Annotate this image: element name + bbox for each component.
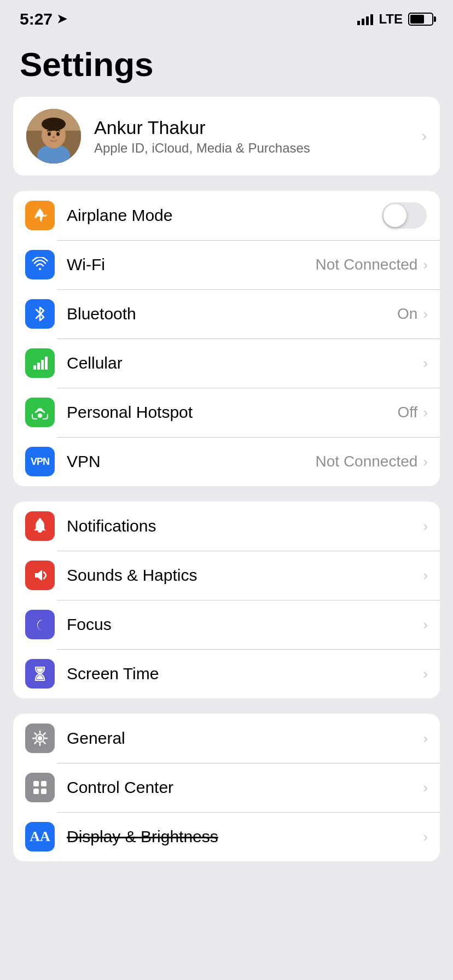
signal-bar-1 bbox=[357, 21, 360, 25]
signal-bars bbox=[357, 13, 373, 25]
screentime-chevron: › bbox=[423, 666, 428, 682]
hotspot-row[interactable]: Personal Hotspot Off › bbox=[13, 388, 440, 437]
bluetooth-chevron: › bbox=[423, 306, 428, 323]
general-row[interactable]: General › bbox=[13, 714, 440, 763]
time-display: 5:27 bbox=[20, 10, 53, 28]
status-time: 5:27 ➤ bbox=[20, 10, 67, 28]
signal-bar-2 bbox=[362, 19, 364, 25]
focus-chevron: › bbox=[423, 616, 428, 633]
cellular-chevron: › bbox=[423, 355, 428, 372]
battery-fill bbox=[410, 15, 424, 24]
profile-chevron: › bbox=[422, 127, 427, 145]
svg-rect-20 bbox=[41, 789, 47, 794]
wifi-row[interactable]: Wi-Fi Not Connected › bbox=[13, 240, 440, 289]
controlcenter-icon bbox=[25, 773, 55, 802]
focus-icon bbox=[25, 610, 55, 639]
signal-bar-4 bbox=[370, 14, 373, 25]
svg-point-6 bbox=[48, 132, 51, 136]
system-section: Notifications › Sounds & Haptics › Focus… bbox=[13, 501, 440, 698]
sounds-icon bbox=[25, 561, 55, 590]
toggle-thumb bbox=[384, 204, 406, 227]
vpn-chevron: › bbox=[423, 453, 428, 470]
display-aa-text: AA bbox=[30, 829, 50, 845]
notifications-label: Notifications bbox=[67, 517, 423, 535]
notifications-chevron: › bbox=[423, 518, 428, 535]
display-icon: AA bbox=[25, 822, 55, 851]
connectivity-section: Airplane Mode Wi-Fi Not Connected › Blue… bbox=[13, 191, 440, 486]
display-row[interactable]: AA Display & Brightness › bbox=[13, 812, 440, 861]
display-chevron: › bbox=[423, 829, 428, 845]
svg-rect-17 bbox=[33, 781, 39, 786]
bluetooth-icon bbox=[25, 299, 55, 329]
svg-point-13 bbox=[38, 413, 42, 418]
hotspot-value: Off bbox=[397, 404, 417, 421]
vpn-label: VPN bbox=[67, 452, 316, 471]
controlcenter-chevron: › bbox=[423, 779, 428, 796]
bluetooth-row[interactable]: Bluetooth On › bbox=[13, 289, 440, 339]
avatar bbox=[26, 109, 81, 164]
lte-indicator: LTE bbox=[379, 11, 403, 27]
controlcenter-label: Control Center bbox=[67, 778, 423, 797]
cellular-icon bbox=[25, 348, 55, 378]
svg-rect-12 bbox=[45, 357, 48, 370]
airplane-mode-toggle[interactable] bbox=[382, 202, 427, 229]
bluetooth-value: On bbox=[397, 305, 417, 323]
wifi-icon bbox=[25, 250, 55, 279]
svg-point-7 bbox=[56, 132, 60, 136]
controlcenter-row[interactable]: Control Center › bbox=[13, 763, 440, 812]
svg-rect-19 bbox=[33, 789, 39, 794]
status-bar: 5:27 ➤ LTE bbox=[0, 0, 453, 34]
vpn-value: Not Connected bbox=[316, 453, 418, 470]
signal-bar-3 bbox=[366, 16, 369, 25]
general-label: General bbox=[67, 729, 423, 748]
profile-info: Ankur Thakur Apple ID, iCloud, Media & P… bbox=[94, 117, 422, 156]
focus-label: Focus bbox=[67, 615, 423, 634]
sounds-label: Sounds & Haptics bbox=[67, 566, 423, 585]
notifications-icon bbox=[25, 511, 55, 541]
profile-card[interactable]: Ankur Thakur Apple ID, iCloud, Media & P… bbox=[13, 97, 440, 176]
cellular-row[interactable]: Cellular › bbox=[13, 339, 440, 388]
display-label: Display & Brightness bbox=[67, 827, 423, 846]
profile-subtitle: Apple ID, iCloud, Media & Purchases bbox=[94, 141, 422, 156]
svg-point-15 bbox=[38, 736, 42, 740]
svg-point-5 bbox=[42, 118, 66, 131]
cellular-label: Cellular bbox=[67, 354, 423, 372]
focus-row[interactable]: Focus › bbox=[13, 600, 440, 649]
screentime-row[interactable]: Screen Time › bbox=[13, 649, 440, 698]
screentime-icon bbox=[25, 659, 55, 689]
sounds-row[interactable]: Sounds & Haptics › bbox=[13, 551, 440, 600]
bluetooth-label: Bluetooth bbox=[67, 305, 397, 323]
svg-rect-9 bbox=[33, 365, 36, 370]
hotspot-label: Personal Hotspot bbox=[67, 403, 397, 422]
svg-rect-11 bbox=[41, 360, 44, 370]
vpn-row[interactable]: VPN VPN Not Connected › bbox=[13, 437, 440, 486]
page-title: Settings bbox=[0, 34, 453, 97]
battery-icon bbox=[408, 13, 433, 26]
general-section: General › Control Center › AA Display & … bbox=[13, 714, 440, 861]
sounds-chevron: › bbox=[423, 567, 428, 584]
general-icon bbox=[25, 724, 55, 753]
notifications-row[interactable]: Notifications › bbox=[13, 501, 440, 551]
hotspot-chevron: › bbox=[423, 404, 428, 421]
svg-rect-18 bbox=[41, 781, 47, 786]
vpn-text: VPN bbox=[31, 456, 49, 468]
screentime-label: Screen Time bbox=[67, 664, 423, 683]
location-icon: ➤ bbox=[57, 12, 67, 26]
airplane-mode-label: Airplane Mode bbox=[67, 206, 382, 225]
wifi-label: Wi-Fi bbox=[67, 255, 316, 274]
svg-point-14 bbox=[39, 518, 42, 521]
wifi-value: Not Connected bbox=[316, 256, 418, 273]
profile-name: Ankur Thakur bbox=[94, 117, 422, 138]
vpn-icon: VPN bbox=[25, 447, 55, 476]
airplane-mode-row[interactable]: Airplane Mode bbox=[13, 191, 440, 240]
status-right: LTE bbox=[357, 11, 433, 27]
svg-rect-10 bbox=[37, 363, 40, 370]
hotspot-icon bbox=[25, 398, 55, 427]
general-chevron: › bbox=[423, 730, 428, 747]
airplane-mode-icon bbox=[25, 201, 55, 230]
svg-point-8 bbox=[53, 136, 55, 138]
wifi-chevron: › bbox=[423, 256, 428, 273]
